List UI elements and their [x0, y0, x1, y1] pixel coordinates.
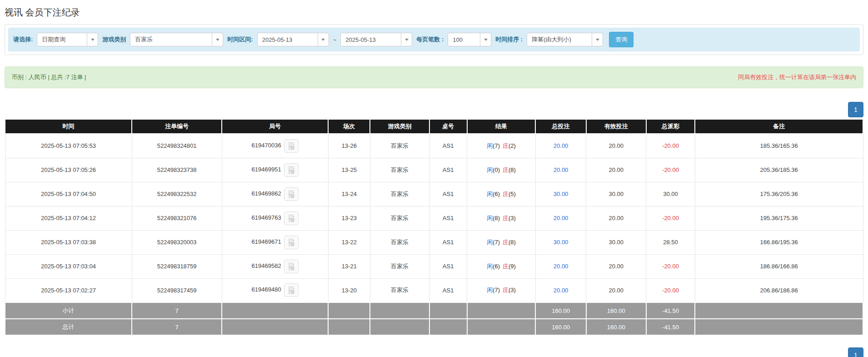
- cell-table-no: AS1: [429, 182, 467, 206]
- result-player: 闲: [487, 287, 493, 293]
- cell-table-no: AS1: [429, 278, 467, 302]
- result-player: 闲: [487, 215, 493, 221]
- video-file-icon: [287, 166, 296, 175]
- total-bet-link[interactable]: 20.00: [554, 263, 569, 270]
- cell-session: 13-20: [328, 278, 370, 302]
- summary-bar: 币别 : 人民币 | 总共 :7 注单 | 同局有效投注，统一计算在该局第一张注…: [5, 66, 863, 88]
- video-replay-button[interactable]: [284, 163, 299, 177]
- total-row: 总计7160.00160.00-41.50: [5, 319, 863, 335]
- cell-table-no: AS1: [429, 254, 467, 278]
- column-header-1: 时间: [5, 119, 132, 134]
- time-sort-select[interactable]: 降冪(由大到小): [527, 33, 603, 46]
- table-row: 2025-05-13 07:02:27522498317459619469480…: [5, 278, 863, 302]
- chevron-down-icon: [480, 33, 491, 46]
- page-button-1[interactable]: 1: [848, 102, 863, 117]
- page-size-select[interactable]: 100: [448, 33, 491, 46]
- total-bet-link[interactable]: 20.00: [554, 215, 569, 221]
- result-banker: 庄: [503, 239, 509, 246]
- cell-time: 2025-05-13 07:05:53: [5, 134, 132, 158]
- result-player: 闲: [487, 166, 493, 173]
- cell-total-bet: 20.00: [535, 254, 586, 278]
- cell-game-type: 百家乐: [370, 278, 429, 302]
- query-type-select[interactable]: 日期查询: [37, 33, 98, 46]
- result-banker-score: (3): [509, 287, 516, 293]
- total-bet-link[interactable]: 20.00: [554, 166, 569, 173]
- video-replay-button[interactable]: [284, 236, 299, 249]
- total-bet-link[interactable]: 30.00: [554, 191, 569, 197]
- date-to-select[interactable]: 2025-05-13: [340, 33, 412, 46]
- cell-total-bet: 20.00: [535, 278, 586, 302]
- cell-result: 闲(8)庄(3): [467, 206, 536, 230]
- total-bet-link[interactable]: 30.00: [554, 239, 569, 246]
- total-bet-link[interactable]: 20.00: [554, 287, 569, 294]
- subtotal-empty-cell: [467, 302, 536, 319]
- cell-session: 13-22: [328, 230, 370, 254]
- result-player-score: (7): [493, 239, 500, 246]
- total-empty-cell: [695, 319, 863, 335]
- column-header-8: 总投注: [535, 119, 586, 134]
- video-replay-button[interactable]: [284, 187, 299, 201]
- round-number: 619469763: [252, 214, 281, 221]
- total-count: 7: [132, 319, 222, 335]
- query-type-label: 请选择:: [13, 35, 33, 44]
- round-number: 619469862: [252, 190, 281, 197]
- page-title: 视讯 会员下注纪录: [5, 6, 863, 19]
- pagination-top: 1: [5, 102, 863, 117]
- column-header-2: 注单编号: [132, 119, 222, 134]
- cell-result: 闲(7)庄(2): [467, 134, 536, 158]
- total-empty-cell: [328, 319, 370, 335]
- cell-round: 619469480: [222, 278, 328, 302]
- cell-remark: 186.86/166.86: [695, 254, 863, 278]
- cell-payout: -20.00: [646, 158, 695, 182]
- time-sort-value: 降冪(由大到小): [527, 35, 576, 44]
- date-range-separator: ~: [333, 36, 337, 43]
- result-player-score: (8): [493, 215, 500, 221]
- table-row: 2025-05-13 07:04:50522498322532619469862…: [5, 182, 863, 206]
- total-empty-cell: [370, 319, 429, 335]
- filter-bar: 请选择: 日期查询 游戏类别 百家乐 时间区间: 2025-05-13 ~ 20…: [8, 28, 860, 51]
- cell-remark: 205.36/185.36: [695, 158, 863, 182]
- table-header-row: 时间注单编号局号场次游戏类别桌号结果总投注有效投注总派彩备注: [5, 119, 863, 134]
- subtotal-empty-cell: [695, 302, 863, 319]
- round-number: 619469582: [252, 262, 281, 269]
- cell-payout: -20.00: [646, 278, 695, 302]
- column-header-11: 备注: [695, 119, 863, 134]
- result-banker-score: (9): [509, 263, 516, 270]
- total-label: 总计: [5, 319, 132, 335]
- date-from-select[interactable]: 2025-05-13: [257, 33, 329, 46]
- cell-round: 619469671: [222, 230, 328, 254]
- cell-total-bet: 30.00: [535, 182, 586, 206]
- result-player-score: (0): [493, 166, 500, 173]
- cell-total-bet: 20.00: [535, 134, 586, 158]
- video-file-icon: [287, 262, 296, 271]
- date-range-label: 时间区间:: [227, 35, 253, 44]
- cell-valid-bet: 30.00: [586, 230, 646, 254]
- date-from-value: 2025-05-13: [258, 36, 297, 43]
- search-button[interactable]: 查询: [609, 32, 634, 47]
- cell-result: 闲(0)庄(8): [467, 158, 536, 182]
- page-button-1[interactable]: 1: [848, 347, 863, 357]
- cell-bet-id: 522498323738: [132, 158, 222, 182]
- video-replay-button[interactable]: [284, 283, 299, 297]
- cell-game-type: 百家乐: [370, 206, 429, 230]
- round-number: 619469480: [252, 287, 281, 293]
- game-type-select[interactable]: 百家乐: [130, 33, 223, 46]
- result-banker-score: (8): [509, 166, 516, 173]
- result-player: 闲: [487, 142, 493, 149]
- video-replay-button[interactable]: [284, 139, 299, 153]
- summary-currency-count: 币别 : 人民币 | 总共 :7 注单 |: [12, 73, 86, 81]
- total-total-bet: 160.00: [535, 319, 586, 335]
- cell-result: 闲(6)庄(9): [467, 254, 536, 278]
- result-player: 闲: [487, 263, 493, 270]
- total-empty-cell: [467, 319, 536, 335]
- table-body: 2025-05-13 07:05:53522498324801619470036…: [5, 134, 863, 335]
- column-header-3: 局号: [222, 119, 328, 134]
- cell-time: 2025-05-13 07:03:04: [5, 254, 132, 278]
- result-banker: 庄: [503, 142, 509, 149]
- total-bet-link[interactable]: 20.00: [554, 142, 569, 149]
- table-row: 2025-05-13 07:05:26522498323738619469951…: [5, 158, 863, 182]
- video-replay-button[interactable]: [284, 260, 299, 273]
- cell-table-no: AS1: [429, 134, 467, 158]
- video-replay-button[interactable]: [284, 211, 299, 225]
- chevron-down-icon: [212, 33, 223, 46]
